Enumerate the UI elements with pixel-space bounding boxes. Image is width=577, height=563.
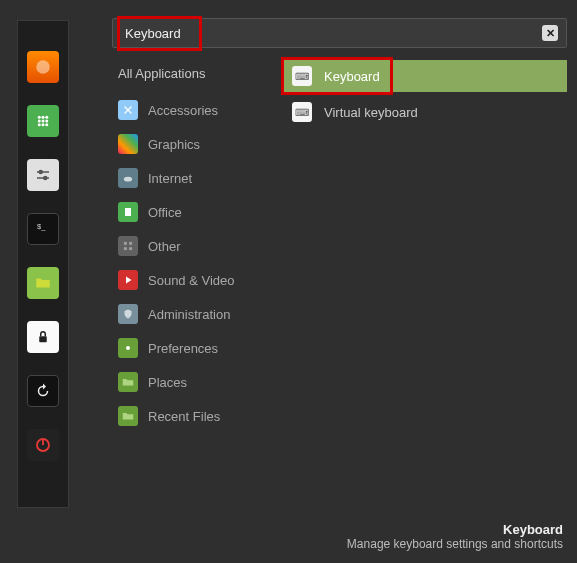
category-label: All Applications [118, 66, 205, 81]
sliders-icon [34, 166, 52, 184]
status-footer: Keyboard Manage keyboard settings and sh… [347, 522, 563, 551]
svg-point-7 [38, 123, 41, 126]
category-label: Accessories [148, 103, 218, 118]
category-preferences[interactable]: Preferences [112, 331, 272, 365]
svg-point-8 [42, 123, 45, 126]
category-accessories[interactable]: Accessories [112, 93, 272, 127]
folder-icon [118, 372, 138, 392]
power-launcher[interactable] [27, 429, 59, 461]
application-menu: ✕ All Applications Accessories Graphics [112, 18, 567, 510]
terminal-launcher[interactable]: $_ [27, 213, 59, 245]
category-graphics[interactable]: Graphics [112, 127, 272, 161]
category-administration[interactable]: Administration [112, 297, 272, 331]
search-row: ✕ [112, 18, 567, 48]
firefox-icon [34, 58, 52, 76]
footer-description: Manage keyboard settings and shortcuts [347, 537, 563, 551]
footer-title: Keyboard [347, 522, 563, 537]
svg-point-12 [39, 171, 42, 174]
folder-icon [34, 274, 52, 292]
category-label: Preferences [148, 341, 218, 356]
grid-icon [118, 236, 138, 256]
category-list: All Applications Accessories Graphics In… [112, 58, 272, 510]
svg-point-2 [42, 116, 45, 119]
category-label: Other [148, 239, 181, 254]
category-label: Places [148, 375, 187, 390]
reload-icon [34, 382, 52, 400]
svg-point-13 [44, 177, 47, 180]
files-launcher[interactable] [27, 267, 59, 299]
svg-rect-22 [124, 247, 127, 250]
reload-launcher[interactable] [27, 375, 59, 407]
svg-rect-23 [129, 247, 132, 250]
scissors-icon [118, 100, 138, 120]
svg-rect-20 [124, 242, 127, 245]
category-all-applications[interactable]: All Applications [112, 58, 272, 93]
svg-rect-15 [39, 336, 47, 342]
category-label: Graphics [148, 137, 200, 152]
svg-point-6 [45, 120, 48, 123]
keyboard-icon: ⌨ [292, 102, 312, 122]
settings-launcher[interactable] [27, 159, 59, 191]
power-icon [34, 436, 52, 454]
result-keyboard[interactable]: ⌨ Keyboard [284, 60, 567, 92]
menu-body: All Applications Accessories Graphics In… [112, 58, 567, 510]
search-results: ⌨ Keyboard ⌨ Virtual keyboard [284, 58, 567, 510]
result-virtual-keyboard[interactable]: ⌨ Virtual keyboard [284, 96, 567, 128]
category-label: Recent Files [148, 409, 220, 424]
svg-point-9 [45, 123, 48, 126]
keyboard-icon: ⌨ [292, 66, 312, 86]
svg-rect-19 [125, 208, 131, 216]
document-icon [118, 202, 138, 222]
svg-point-0 [36, 60, 50, 74]
svg-point-24 [126, 346, 130, 350]
svg-point-5 [42, 120, 45, 123]
launcher-sidebar: $_ [17, 20, 69, 508]
category-places[interactable]: Places [112, 365, 272, 399]
category-label: Office [148, 205, 182, 220]
category-label: Internet [148, 171, 192, 186]
lock-launcher[interactable] [27, 321, 59, 353]
clear-search-button[interactable]: ✕ [542, 25, 558, 41]
result-label: Keyboard [324, 69, 380, 84]
svg-text:$_: $_ [37, 222, 46, 231]
category-internet[interactable]: Internet [112, 161, 272, 195]
category-label: Administration [148, 307, 230, 322]
result-label: Virtual keyboard [324, 105, 418, 120]
shield-icon [118, 304, 138, 324]
category-office[interactable]: Office [112, 195, 272, 229]
palette-icon [118, 134, 138, 154]
folder-clock-icon [118, 406, 138, 426]
svg-point-1 [38, 116, 41, 119]
terminal-icon: $_ [34, 220, 52, 238]
lock-icon [34, 328, 52, 346]
search-input[interactable] [121, 26, 542, 41]
grid-icon [34, 112, 52, 130]
svg-point-18 [124, 177, 132, 182]
category-sound-video[interactable]: Sound & Video [112, 263, 272, 297]
clear-icon: ✕ [546, 27, 555, 40]
svg-point-3 [45, 116, 48, 119]
category-other[interactable]: Other [112, 229, 272, 263]
gear-icon [118, 338, 138, 358]
play-icon [118, 270, 138, 290]
category-recent-files[interactable]: Recent Files [112, 399, 272, 433]
category-label: Sound & Video [148, 273, 235, 288]
apps-launcher[interactable] [27, 105, 59, 137]
firefox-launcher[interactable] [27, 51, 59, 83]
svg-point-4 [38, 120, 41, 123]
svg-rect-21 [129, 242, 132, 245]
cloud-icon [118, 168, 138, 188]
